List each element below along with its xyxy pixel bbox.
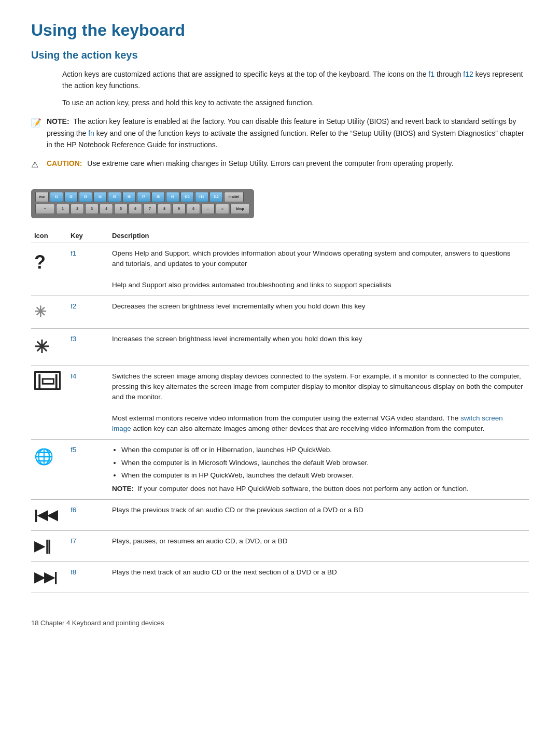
key-f5: f5 xyxy=(108,192,121,202)
caution-text: Use extreme care when making changes in … xyxy=(85,159,453,167)
key-backspace: bksp xyxy=(230,204,250,214)
keyboard-num-row: ~ 1 2 3 4 5 6 7 8 9 0 - = bksp xyxy=(35,204,250,214)
icon-f4: |▭| xyxy=(31,366,67,440)
note-label: NOTE: xyxy=(47,117,69,125)
key-f8-link[interactable]: f8 xyxy=(71,568,76,576)
key-f7-link[interactable]: f7 xyxy=(71,537,76,545)
f5-bullet-2: When the computer is in Microsoft Window… xyxy=(121,458,524,468)
col-header-key: Key xyxy=(67,229,109,243)
f12-link[interactable]: f12 xyxy=(463,70,473,78)
key-ins-del: ins/del xyxy=(224,192,244,202)
desc-f3: Increases the screen brightness level in… xyxy=(109,328,529,366)
key-f2: f2 xyxy=(64,192,78,202)
desc-f4-text3: action key can also alternate images amo… xyxy=(131,425,484,432)
key-f5-link[interactable]: f5 xyxy=(71,446,76,454)
page-footer: 18 Chapter 4 Keyboard and pointing devic… xyxy=(31,619,529,627)
table-row: ▶▶| f8 Plays the next track of an audio … xyxy=(31,562,529,593)
key-4: 4 xyxy=(100,204,113,214)
key-6: 6 xyxy=(129,204,142,214)
table-row: ? f1 Opens Help and Support, which provi… xyxy=(31,243,529,296)
key-f6-cell: f6 xyxy=(67,500,109,531)
keyboard-image: esc f1 f2 f3 f4 f5 f6 f7 f8 f9 f10 f11 f… xyxy=(31,189,254,218)
key-f2-cell: f2 xyxy=(67,296,109,328)
key-f1: f1 xyxy=(50,192,63,202)
caution-icon: ⚠ xyxy=(31,158,43,172)
f5-bullet-1: When the computer is off or in Hibernati… xyxy=(121,445,524,455)
desc-f1: Opens Help and Support, which provides i… xyxy=(109,243,529,296)
table-row: |▭| f4 Switches the screen image among d… xyxy=(31,366,529,440)
desc-f4-text2: Most external monitors receive video inf… xyxy=(112,414,460,422)
desc-f2: Decreases the screen brightness level in… xyxy=(109,296,529,328)
note-block: 📝 NOTE: The action key feature is enable… xyxy=(31,116,529,150)
section-title: Using the action keys xyxy=(31,49,529,61)
key-f4-link[interactable]: f4 xyxy=(71,372,76,380)
f5-bullet-list: When the computer is off or in Hibernati… xyxy=(112,445,524,481)
table-row: ▶‖ f7 Plays, pauses, or resumes an audio… xyxy=(31,531,529,562)
key-f4: f4 xyxy=(93,192,107,202)
key-f10: f10 xyxy=(180,192,194,202)
key-5: 5 xyxy=(114,204,128,214)
table-header-row: Icon Key Description xyxy=(31,229,529,243)
desc-f1-text2: Help and Support also provides automated… xyxy=(112,281,391,289)
icon-f8: ▶▶| xyxy=(31,562,67,593)
key-f1-cell: f1 xyxy=(67,243,109,296)
note-text2: key and one of the function keys to acti… xyxy=(47,129,524,149)
f5-bullet-3: When the computer is in HP QuickWeb, lau… xyxy=(121,470,524,481)
key-f3-cell: f3 xyxy=(67,328,109,366)
desc-f1-text1: Opens Help and Support, which provides i… xyxy=(112,249,510,268)
intro-paragraph-2: To use an action key, press and hold thi… xyxy=(62,97,529,108)
icon-f5: 🌐 xyxy=(31,440,67,500)
key-f6: f6 xyxy=(122,192,136,202)
key-f5-cell: f5 xyxy=(67,440,109,500)
page-title: Using the keyboard xyxy=(31,21,529,40)
note-icon: 📝 xyxy=(31,116,43,130)
note-content: NOTE: The action key feature is enabled … xyxy=(47,116,529,150)
key-f2-link[interactable]: f2 xyxy=(71,302,76,310)
desc-f4-text1: Switches the screen image among display … xyxy=(112,372,523,401)
key-f3: f3 xyxy=(79,192,92,202)
table-row: ✳ f3 Increases the screen brightness lev… xyxy=(31,328,529,366)
fn-link[interactable]: fn xyxy=(88,129,94,137)
key-8: 8 xyxy=(158,204,171,214)
f5-note-label: NOTE: xyxy=(112,485,134,493)
keyboard-top-row: esc f1 f2 f3 f4 f5 f6 f7 f8 f9 f10 f11 f… xyxy=(35,192,250,202)
desc-f5: When the computer is off or in Hibernati… xyxy=(109,440,529,500)
desc-f4: Switches the screen image among display … xyxy=(109,366,529,440)
key-f12: f12 xyxy=(209,192,223,202)
f5-note: NOTE: If your computer does not have HP … xyxy=(112,484,524,494)
key-f8-cell: f8 xyxy=(67,562,109,593)
key-f9: f9 xyxy=(166,192,179,202)
caution-content: CAUTION: Use extreme care when making ch… xyxy=(47,158,453,169)
table-row: ✳ f2 Decreases the screen brightness lev… xyxy=(31,296,529,328)
key-7: 7 xyxy=(143,204,157,214)
icon-f3: ✳ xyxy=(31,328,67,366)
key-equals: = xyxy=(216,204,229,214)
caution-label: CAUTION: xyxy=(47,159,82,167)
action-keys-table: Icon Key Description ? f1 Opens Help and… xyxy=(31,229,529,594)
key-f3-link[interactable]: f3 xyxy=(71,335,76,343)
icon-f2: ✳ xyxy=(31,296,67,328)
key-minus: - xyxy=(201,204,215,214)
desc-f8: Plays the next track of an audio CD or t… xyxy=(109,562,529,593)
key-f6-link[interactable]: f6 xyxy=(71,506,76,514)
key-f7-cell: f7 xyxy=(67,531,109,562)
caution-block: ⚠ CAUTION: Use extreme care when making … xyxy=(31,158,529,172)
key-esc: esc xyxy=(35,192,49,202)
key-f11: f11 xyxy=(195,192,208,202)
key-f1-link[interactable]: f1 xyxy=(71,249,76,257)
col-header-icon: Icon xyxy=(31,229,67,243)
desc-f7: Plays, pauses, or resumes an audio CD, a… xyxy=(109,531,529,562)
key-2: 2 xyxy=(71,204,84,214)
table-row: |◀◀ f6 Plays the previous track of an au… xyxy=(31,500,529,531)
key-f7: f7 xyxy=(137,192,150,202)
intro-text-1: Action keys are customized actions that … xyxy=(62,70,428,78)
intro-text-through: through xyxy=(435,70,463,78)
f5-note-text: If your computer does not have HP QuickW… xyxy=(136,485,469,493)
key-0: 0 xyxy=(187,204,200,214)
key-tilde: ~ xyxy=(35,204,55,214)
intro-paragraph-1: Action keys are customized actions that … xyxy=(62,68,529,92)
desc-f6: Plays the previous track of an audio CD … xyxy=(109,500,529,531)
icon-f6: |◀◀ xyxy=(31,500,67,531)
key-3: 3 xyxy=(85,204,99,214)
f1-link[interactable]: f1 xyxy=(428,70,435,78)
